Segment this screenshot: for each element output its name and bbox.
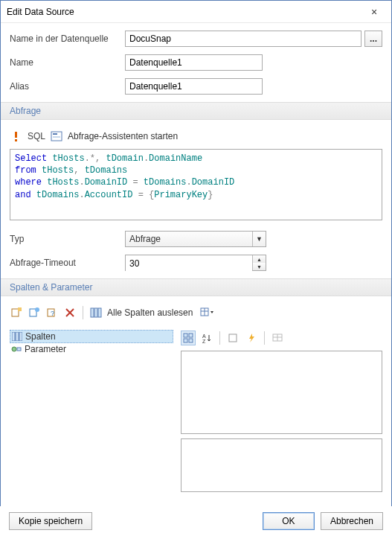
spinner-timeout[interactable]: ▲ ▼ (125, 255, 266, 271)
svg-rect-30 (229, 334, 237, 342)
svg-point-22 (12, 347, 16, 351)
tree-item-parameter[interactable]: Parameter (10, 343, 173, 355)
spinner-up-icon[interactable]: ▲ (253, 255, 266, 263)
tree-label-parameter: Parameter (25, 344, 66, 354)
sql-editor-icon[interactable] (50, 130, 63, 143)
right-panel: AZ (181, 330, 382, 492)
columns-area: Spalten Parameter AZ (10, 330, 382, 492)
read-columns-icon[interactable] (89, 306, 103, 319)
window-title: Edit Data Source (7, 7, 74, 17)
svg-text:Z: Z (202, 339, 206, 343)
input-name[interactable] (125, 54, 263, 71)
delete-icon[interactable] (63, 306, 77, 319)
svg-rect-15 (98, 308, 101, 317)
columns-icon (12, 332, 22, 341)
row-name: Name (10, 54, 382, 71)
input-name-in-ds[interactable] (125, 31, 362, 47)
svg-rect-27 (189, 339, 193, 342)
combo-type-value: Abfrage (129, 234, 161, 244)
svg-text:A: A (202, 334, 206, 339)
svg-rect-26 (184, 339, 187, 342)
wizard-link[interactable]: Abfrage-Assistenten starten (68, 131, 178, 141)
chevron-down-icon: ▼ (252, 232, 266, 246)
svg-rect-5 (12, 309, 19, 316)
svg-point-8 (35, 307, 39, 312)
browse-ds-button[interactable]: ... (364, 31, 382, 47)
svg-rect-14 (94, 308, 97, 317)
svg-rect-19 (12, 332, 15, 341)
categorized-icon[interactable] (181, 331, 196, 345)
row-alias: Alias (10, 78, 382, 95)
tree-item-spalten[interactable]: Spalten (10, 330, 173, 343)
toolbar-separator (264, 331, 265, 345)
cancel-button[interactable]: Abbrechen (321, 512, 383, 530)
tree-label-spalten: Spalten (25, 331, 56, 342)
parameter-icon (11, 345, 22, 354)
svg-rect-3 (53, 133, 57, 135)
lightning-icon[interactable] (244, 331, 259, 345)
svg-rect-24 (184, 334, 187, 337)
close-icon: × (371, 6, 377, 18)
grid-dropdown-icon[interactable] (200, 306, 213, 319)
footer: Kopie speichern OK Abbrechen (0, 506, 392, 536)
label-type: Typ (10, 234, 125, 244)
add-param-icon[interactable] (28, 306, 41, 319)
row-type: Typ Abfrage ▼ (10, 231, 382, 247)
toolbar-separator (219, 331, 220, 345)
toolbar-separator (83, 306, 83, 319)
sort-az-icon[interactable]: AZ (199, 331, 214, 345)
input-alias[interactable] (125, 78, 263, 95)
content: Name in der Datenquelle ... Name Alias A… (1, 23, 391, 498)
query-toolbar: SQL Abfrage-Assistenten starten (10, 126, 382, 149)
sql-editor[interactable]: Select tHosts.*, tDomain.DomainName from… (10, 149, 382, 220)
svg-rect-6 (18, 307, 22, 311)
label-name: Name (10, 57, 125, 68)
svg-rect-21 (19, 332, 22, 341)
prop-toolbar: AZ (181, 330, 382, 346)
svg-rect-20 (16, 332, 19, 341)
grid-icon[interactable] (270, 331, 285, 345)
svg-rect-0 (15, 132, 17, 138)
spinner-down-icon[interactable]: ▼ (253, 263, 266, 270)
row-timeout: Abfrage-Timeout ▲ ▼ (10, 255, 382, 271)
svg-rect-23 (17, 348, 21, 351)
svg-rect-13 (91, 308, 94, 317)
label-alias: Alias (10, 81, 125, 92)
label-name-in-ds: Name in der Datenquelle (10, 34, 125, 44)
sql-label[interactable]: SQL (28, 131, 45, 141)
section-columns: Spalten & Parameter (1, 278, 391, 296)
warning-icon (10, 130, 23, 143)
close-button[interactable]: × (363, 2, 385, 22)
section-abfrage: Abfrage (1, 102, 391, 120)
property-grid[interactable] (181, 351, 382, 434)
svg-text:?: ? (51, 310, 54, 317)
input-timeout[interactable] (126, 255, 252, 272)
columns-toolbar: ? Alle Spalten auslesen (10, 302, 382, 325)
svg-rect-25 (189, 334, 193, 337)
help-icon[interactable]: ? (45, 306, 59, 319)
combo-type[interactable]: Abfrage ▼ (125, 231, 266, 247)
description-panel (181, 438, 382, 492)
row-name-in-ds: Name in der Datenquelle ... (10, 31, 382, 47)
save-copy-button[interactable]: Kopie speichern (9, 512, 92, 530)
add-column-icon[interactable] (10, 306, 23, 319)
prop-page-icon[interactable] (225, 331, 240, 345)
svg-rect-1 (15, 139, 17, 141)
titlebar: Edit Data Source × (1, 1, 391, 23)
svg-rect-4 (53, 136, 60, 138)
label-timeout: Abfrage-Timeout (10, 258, 125, 268)
tree: Spalten Parameter (10, 330, 173, 492)
ellipsis-icon: ... (370, 34, 377, 44)
ok-button[interactable]: OK (263, 512, 315, 530)
read-all-columns-link[interactable]: Alle Spalten auslesen (107, 307, 193, 318)
